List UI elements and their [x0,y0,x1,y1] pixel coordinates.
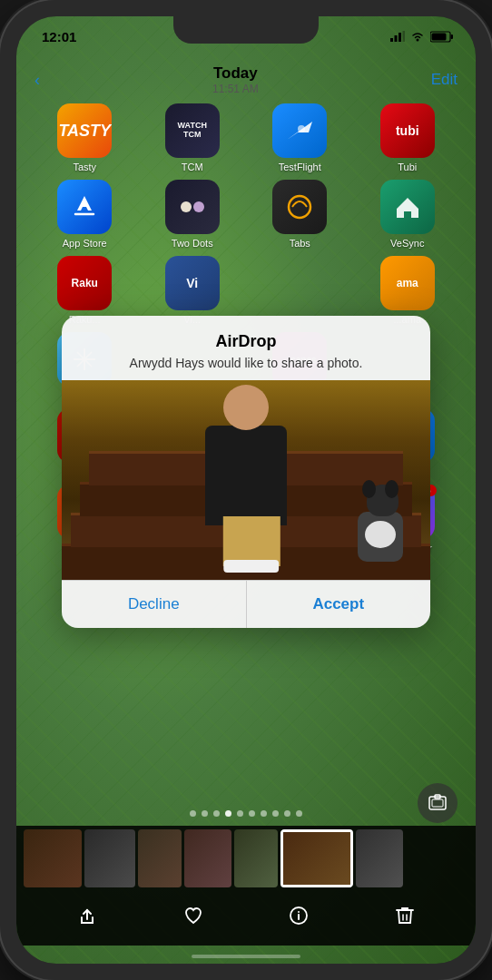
tabs-label: Tabs [290,238,310,249]
heart-icon [182,905,204,926]
page-dot-1[interactable] [202,810,208,817]
app-tcm[interactable]: WATCHTCM TCM [160,103,225,172]
today-header: ‹ Today 11:51 AM Edit [16,56,476,103]
phone-screen: 12:01 [16,16,476,964]
tcm-icon-img: WATCHTCM [165,103,220,158]
tcm-label: TCM [182,162,203,172]
favorite-button[interactable] [182,905,204,932]
app-empty1 [267,256,332,325]
svg-rect-6 [451,34,454,39]
strip-photo-5[interactable] [234,829,278,887]
app-vi[interactable]: Vi Vi... [160,256,225,325]
dog-figure [358,512,403,562]
strip-photo-4[interactable] [184,829,231,887]
today-title: Today [212,64,259,83]
svg-point-4 [417,39,419,42]
app-testflight[interactable]: TestFlight [267,103,332,172]
tasty-label: Tasty [73,162,96,172]
svg-rect-18 [432,799,443,807]
decline-button[interactable]: Decline [62,581,247,628]
app-ama[interactable]: ama ...ama [375,256,440,325]
screenshot-icon [428,793,448,813]
edit-button[interactable]: Edit [431,71,458,89]
app-vesync[interactable]: VeSync [375,180,440,249]
app-tubi[interactable]: tubi Tubi [375,103,440,172]
svg-point-10 [193,201,204,212]
bottom-toolbar [16,891,476,946]
info-button[interactable] [288,905,310,932]
page-dot-6[interactable] [261,810,267,817]
page-dot-5[interactable] [249,810,255,817]
app-tasty[interactable]: TASTY Tasty [52,103,117,172]
tubi-label: Tubi [398,162,417,172]
status-time: 12:01 [42,29,76,44]
appstore-label: App Store [63,238,107,249]
app-row-2: App Store Two Dots [31,180,461,249]
empty1-icon-img [272,256,327,310]
strip-photo-selected[interactable] [280,829,353,887]
share-icon [76,905,98,926]
airdrop-title: AirDrop [80,332,412,351]
svg-point-11 [289,196,310,218]
strip-photo-6[interactable] [356,829,403,887]
svg-point-23 [298,911,300,913]
tubi-icon-img: tubi [380,103,435,158]
app-row-1: TASTY Tasty WATCHTCM TCM [31,103,461,172]
signal-icon [390,31,405,42]
testflight-label: TestFlight [279,162,321,172]
strip-photo-2[interactable] [84,829,135,887]
testflight-plane-icon [283,114,316,147]
page-dot-8[interactable] [284,810,290,817]
accept-button[interactable]: Accept [247,581,431,628]
today-title-group: Today 11:51 AM [212,64,259,95]
airdrop-message: Arwydd Hays would like to share a photo. [80,355,412,373]
airdrop-photo [62,380,430,580]
appstore-icon-img [57,180,112,234]
vesync-house-icon [391,191,424,223]
app-rakuten[interactable]: Raku Raku... [52,256,117,325]
testflight-icon-img [272,103,327,158]
battery-icon [430,31,454,43]
page-dot-7[interactable] [272,810,279,817]
page-dot-3[interactable] [225,810,231,817]
page-dot-0[interactable] [190,810,196,817]
svg-rect-2 [399,33,401,42]
tabs-g-icon [283,191,316,223]
photo-scene [62,380,430,580]
svg-rect-0 [390,38,393,42]
app-tabs[interactable]: Tabs [267,180,332,249]
tabs-icon-img [272,180,327,234]
twodots-label: Two Dots [172,238,213,249]
app-twodots[interactable]: Two Dots [160,180,225,249]
page-dot-4[interactable] [237,810,243,817]
share-button[interactable] [76,905,98,932]
strip-photo-1[interactable] [24,829,82,887]
today-subtitle: 11:51 AM [212,83,259,95]
airdrop-modal: AirDrop Arwydd Hays would like to share … [62,316,430,628]
delete-button[interactable] [394,905,416,932]
photo-strip[interactable] [16,826,476,891]
svg-rect-7 [432,33,447,40]
svg-rect-3 [403,31,406,42]
trash-icon [394,905,416,926]
twodots-dot-icon [174,189,211,225]
page-dot-9[interactable] [296,810,302,817]
svg-point-9 [181,201,192,212]
strip-photo-3[interactable] [138,829,182,887]
status-icons [390,31,454,43]
vi-icon-img: Vi [165,256,220,310]
app-appstore[interactable]: App Store [52,180,117,249]
rakuten-icon-img: Raku [57,256,112,310]
back-button[interactable]: ‹ [34,71,40,90]
screenshot-button[interactable] [418,783,458,823]
app-row-3: Raku Raku... Vi Vi... ama [31,256,461,325]
page-dots [16,810,476,817]
home-indicator[interactable] [192,955,300,958]
phone-frame: 12:01 [0,0,492,980]
airdrop-header: AirDrop Arwydd Hays would like to share … [62,316,430,380]
svg-rect-1 [395,35,398,42]
page-dot-2[interactable] [213,810,220,817]
appstore-a-icon [68,191,101,223]
vesync-label: VeSync [390,238,424,249]
twodots-icon-img [165,180,220,234]
